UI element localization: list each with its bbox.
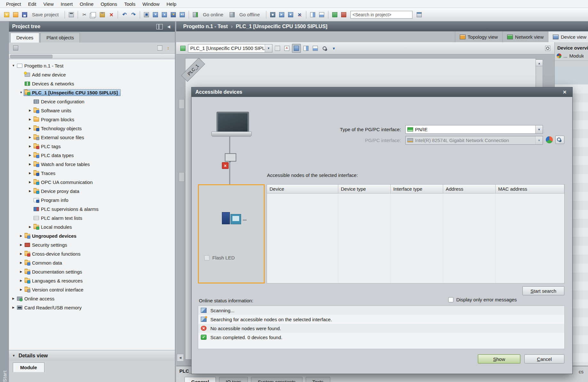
close-icon[interactable] bbox=[561, 89, 568, 96]
error-filter-checkbox[interactable] bbox=[448, 297, 453, 302]
tree-item[interactable]: Online access bbox=[9, 294, 175, 303]
go-offline-icon[interactable] bbox=[228, 11, 236, 19]
inspector-tab[interactable]: IO tags bbox=[219, 377, 248, 382]
menu-item[interactable]: Window bbox=[139, 1, 163, 7]
expand-arrow-icon[interactable] bbox=[19, 270, 24, 273]
expand-arrow-icon[interactable] bbox=[11, 64, 16, 67]
address-highlight-icon[interactable] bbox=[292, 44, 301, 53]
tree-item[interactable]: PLC supervisions & alarms bbox=[9, 204, 175, 213]
table-column-header[interactable]: Device bbox=[267, 185, 338, 193]
tree-item[interactable]: Common data bbox=[9, 258, 175, 267]
module-grid-icon[interactable] bbox=[273, 44, 282, 52]
expand-arrow-icon[interactable] bbox=[27, 145, 33, 148]
inspector-tab[interactable]: Texts bbox=[306, 377, 330, 382]
tree-item[interactable]: Version control interface bbox=[9, 285, 175, 294]
tree-item[interactable]: PLC data types bbox=[9, 151, 175, 160]
pgpc-interface-dropdown[interactable]: Intel(R) 82574L Gigabit Network Connecti… bbox=[405, 136, 543, 145]
module-tab[interactable]: Module bbox=[13, 362, 44, 372]
breadcrumb-device[interactable]: PLC_1 [Unspecific CPU 1500 SIPLUS] bbox=[236, 24, 327, 29]
expand-arrow-icon[interactable] bbox=[27, 109, 33, 112]
start-portal-rail[interactable]: Start bbox=[0, 21, 9, 382]
tree-item[interactable]: External source files bbox=[9, 133, 175, 142]
scrollbar-thumb[interactable] bbox=[10, 55, 52, 58]
menu-item[interactable]: Tools bbox=[121, 1, 139, 7]
pane-split-horizontal-icon[interactable] bbox=[302, 44, 310, 52]
tree-item[interactable]: Languages & resources bbox=[9, 276, 175, 285]
dropdown-arrow-icon[interactable] bbox=[265, 44, 272, 52]
expand-arrow-icon[interactable] bbox=[19, 252, 24, 255]
download-to-device-icon[interactable] bbox=[151, 11, 160, 19]
dock-panels-icon[interactable] bbox=[156, 24, 163, 29]
dropdown-arrow-icon[interactable] bbox=[535, 125, 543, 133]
menu-item[interactable]: Online bbox=[76, 1, 97, 7]
go-online-icon[interactable] bbox=[191, 11, 200, 19]
download-hardware-icon[interactable] bbox=[169, 11, 177, 19]
expand-arrow-icon[interactable] bbox=[27, 189, 33, 193]
address-filter-icon[interactable] bbox=[557, 53, 561, 58]
table-column-header[interactable]: Device type bbox=[338, 185, 391, 193]
upload-from-device-icon[interactable] bbox=[160, 11, 169, 19]
search-input[interactable] bbox=[350, 11, 412, 19]
tree-item[interactable]: Documentation settings bbox=[9, 267, 175, 276]
multiuser-commit-icon[interactable] bbox=[331, 11, 339, 19]
menu-item[interactable]: Project bbox=[3, 1, 25, 7]
view-tab[interactable]: Topology view bbox=[455, 31, 502, 42]
go-online-button[interactable]: Go online bbox=[201, 12, 225, 18]
interface-settings-icon[interactable] bbox=[546, 136, 553, 143]
stop-simulation-icon[interactable] bbox=[286, 11, 295, 19]
expand-arrow-icon[interactable] bbox=[19, 288, 24, 291]
expand-arrow-icon[interactable] bbox=[19, 279, 24, 282]
tree-item[interactable]: OPC UA communication bbox=[9, 178, 175, 187]
tree-item[interactable]: PLC alarm text lists bbox=[9, 213, 175, 222]
show-button[interactable]: Show bbox=[478, 354, 520, 363]
interface-search-button[interactable] bbox=[555, 136, 564, 144]
inspector-tab[interactable]: System constants bbox=[251, 377, 302, 382]
tree-item[interactable]: Program blocks bbox=[9, 115, 175, 124]
expand-arrow-icon[interactable] bbox=[27, 127, 33, 130]
start-runtime-icon[interactable] bbox=[178, 11, 186, 19]
redo-icon[interactable] bbox=[129, 11, 137, 19]
start-simulation-icon[interactable] bbox=[278, 11, 286, 19]
split-editor-horizontal-icon[interactable] bbox=[309, 11, 317, 19]
menu-item[interactable]: Insert bbox=[57, 1, 76, 7]
tree-item[interactable]: Program info bbox=[9, 195, 175, 204]
save-layout-icon[interactable] bbox=[330, 44, 338, 52]
cut-icon[interactable] bbox=[80, 11, 89, 19]
inspector-tab[interactable]: General bbox=[184, 377, 216, 382]
menu-item[interactable]: View bbox=[40, 1, 57, 7]
delete-icon[interactable] bbox=[107, 11, 115, 19]
go-offline-button[interactable]: Go offline bbox=[238, 12, 262, 18]
start-search-button[interactable]: Start search bbox=[522, 286, 564, 295]
tree-item[interactable]: Ungrouped devices bbox=[9, 231, 175, 240]
more-options-button[interactable]: ... bbox=[563, 53, 568, 59]
menu-item[interactable]: Options bbox=[97, 1, 121, 7]
new-project-icon[interactable] bbox=[3, 11, 11, 19]
view-tab[interactable]: Network view bbox=[502, 31, 548, 42]
expand-arrow-icon[interactable] bbox=[27, 163, 33, 166]
save-project-icon[interactable] bbox=[20, 11, 29, 19]
tree-item[interactable]: Traces bbox=[9, 169, 175, 178]
view-tab[interactable]: Device view bbox=[548, 31, 588, 42]
tree-item[interactable]: Progetto n.1 - Test bbox=[9, 61, 175, 70]
module-column-header[interactable]: Module bbox=[569, 53, 584, 59]
collapse-left-button[interactable] bbox=[177, 354, 184, 362]
tree-item[interactable]: Add new device bbox=[9, 70, 175, 79]
dialog-titlebar[interactable]: Accessible devices bbox=[192, 87, 572, 97]
tree-item[interactable]: Device proxy data bbox=[9, 187, 175, 195]
zoom-tool-icon[interactable] bbox=[320, 44, 329, 52]
expand-arrow-icon[interactable] bbox=[11, 306, 16, 309]
interface-type-dropdown[interactable]: PN/IE bbox=[405, 125, 543, 134]
cancel-button[interactable]: Cancel bbox=[524, 354, 564, 363]
splitter-handle[interactable] bbox=[179, 172, 184, 182]
device-info-icon[interactable] bbox=[544, 44, 552, 52]
tree-item[interactable]: Software units bbox=[9, 106, 175, 115]
multiuser-refresh-icon[interactable] bbox=[340, 11, 348, 19]
details-view-bar[interactable]: ▼ Details view bbox=[9, 350, 175, 361]
name-labels-icon[interactable] bbox=[283, 44, 291, 52]
table-view-icon[interactable] bbox=[156, 44, 164, 52]
tree-item[interactable]: Technology objects bbox=[9, 124, 175, 133]
tree-panel-tab[interactable]: Plant objects bbox=[40, 33, 80, 43]
scroll-up-icon[interactable] bbox=[536, 60, 543, 66]
tree-item[interactable]: Device configuration bbox=[9, 97, 175, 106]
table-column-header[interactable]: Interface type bbox=[391, 185, 443, 193]
